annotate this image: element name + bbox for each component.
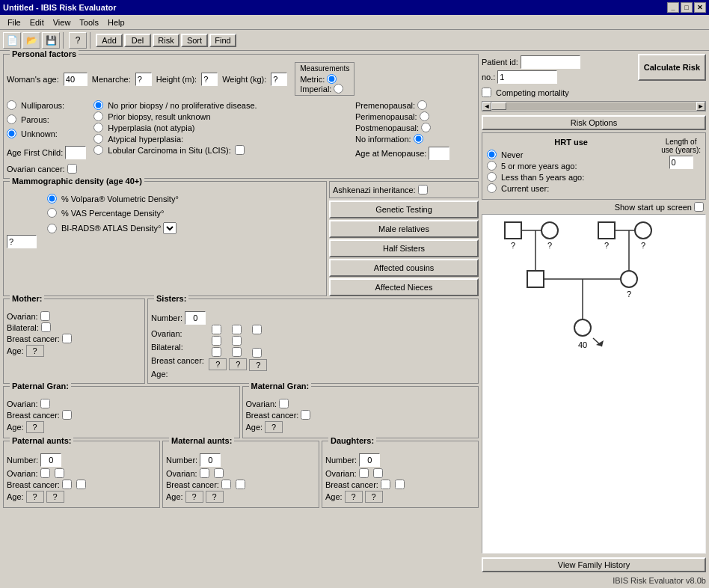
age-at-menopause-input[interactable]: [429, 147, 449, 160]
age-first-child-input[interactable]: [65, 146, 86, 159]
no-info-radio[interactable]: [414, 134, 423, 144]
premenopausal-radio[interactable]: [417, 100, 427, 110]
paternal-gran-breast-check[interactable]: [62, 410, 72, 420]
womens-age-input[interactable]: [64, 73, 88, 86]
daughters-breast-2[interactable]: [395, 480, 405, 489]
menu-file[interactable]: File: [3, 16, 25, 28]
view-family-history-button[interactable]: View Family History: [482, 557, 706, 572]
scroll-thumb[interactable]: [491, 102, 506, 110]
atypical-radio[interactable]: [93, 134, 103, 144]
add-button[interactable]: Add: [96, 34, 123, 47]
sisters-breast-2[interactable]: [232, 347, 242, 357]
patient-scrollbar[interactable]: ◄ ►: [482, 101, 706, 111]
hrt-never-radio[interactable]: [487, 150, 497, 159]
imperial-radio[interactable]: [334, 84, 343, 94]
menu-help[interactable]: Help: [103, 16, 129, 28]
affected-cousins-button[interactable]: Affected cousins: [329, 259, 479, 277]
scroll-left[interactable]: ◄: [482, 102, 491, 111]
scroll-right[interactable]: ►: [696, 102, 705, 111]
paternal-aunts-age-2[interactable]: [46, 491, 64, 503]
maternal-aunts-age-2[interactable]: [206, 491, 224, 503]
biopsy-unknown-radio[interactable]: [93, 111, 103, 121]
male-relatives-button[interactable]: Male relatives: [329, 220, 479, 238]
open-button[interactable]: 📂: [22, 32, 40, 49]
sisters-breast-1[interactable]: [212, 347, 221, 357]
maternal-gran-age-input[interactable]: [265, 421, 283, 433]
paternal-gran-ovarian-check[interactable]: [40, 399, 50, 408]
mother-ovarian-check[interactable]: [40, 311, 50, 321]
daughters-number-input[interactable]: [359, 453, 380, 467]
birads-radio[interactable]: [47, 224, 57, 233]
close-button[interactable]: ✕: [694, 2, 706, 13]
volpara-radio[interactable]: [47, 194, 57, 203]
del-button[interactable]: Del: [124, 34, 151, 47]
metric-radio[interactable]: [327, 74, 337, 84]
no-biopsy-radio[interactable]: [93, 100, 103, 110]
calculate-risk-button[interactable]: Calculate Risk: [638, 54, 706, 81]
mother-breast-check[interactable]: [62, 334, 72, 343]
sisters-bilateral-1[interactable]: [212, 336, 221, 346]
daughters-ovarian-1[interactable]: [359, 468, 369, 478]
new-button[interactable]: 📄: [3, 32, 21, 49]
hyperplasia-radio[interactable]: [93, 123, 103, 132]
maternal-aunts-ovarian-1[interactable]: [200, 468, 209, 478]
maternal-aunts-breast-1[interactable]: [221, 480, 231, 489]
sisters-breast-3[interactable]: [252, 348, 262, 358]
daughters-age-2[interactable]: [365, 491, 383, 503]
paternal-aunts-ovarian-2[interactable]: [55, 468, 64, 478]
risk-button[interactable]: Risk: [153, 34, 179, 47]
menu-edit[interactable]: Edit: [25, 16, 49, 28]
maternal-aunts-ovarian-2[interactable]: [214, 468, 224, 478]
genetic-testing-button[interactable]: Genetic Testing: [329, 200, 479, 218]
hrt-less5-radio[interactable]: [487, 172, 497, 182]
affected-nieces-button[interactable]: Affected Nieces: [329, 278, 479, 296]
weight-input[interactable]: [271, 73, 287, 86]
sisters-age-1[interactable]: [209, 358, 227, 370]
parous-radio[interactable]: [7, 114, 16, 124]
perimenopausal-radio[interactable]: [420, 111, 429, 121]
sisters-ovarian-1[interactable]: [212, 325, 221, 334]
maternal-aunts-breast-2[interactable]: [236, 480, 245, 489]
paternal-gran-age-input[interactable]: [26, 421, 44, 433]
sisters-age-2[interactable]: [229, 358, 247, 370]
unknown-parity-radio[interactable]: [7, 129, 16, 138]
show-startup-check[interactable]: [694, 202, 704, 212]
minimize-button[interactable]: _: [667, 2, 679, 13]
sisters-bilateral-2[interactable]: [232, 336, 242, 346]
menu-view[interactable]: View: [49, 16, 76, 28]
sisters-number-input[interactable]: [185, 311, 206, 325]
maternal-gran-ovarian-check[interactable]: [279, 399, 289, 408]
height-input[interactable]: [201, 73, 218, 86]
mother-bilateral-check[interactable]: [41, 322, 51, 332]
sisters-ovarian-3[interactable]: [252, 325, 262, 334]
save-button[interactable]: 💾: [42, 32, 60, 49]
paternal-aunts-ovarian-1[interactable]: [40, 468, 50, 478]
menarche-input[interactable]: [135, 73, 152, 86]
patient-no-input[interactable]: [497, 70, 557, 84]
risk-options-button[interactable]: Risk Options: [482, 115, 706, 130]
birads-select[interactable]: [163, 222, 177, 234]
postmenopausal-radio[interactable]: [421, 123, 431, 132]
paternal-aunts-age-1[interactable]: [26, 491, 44, 503]
maternal-aunts-age-1[interactable]: [185, 491, 203, 503]
paternal-aunts-breast-1[interactable]: [62, 480, 72, 489]
lcis-check[interactable]: [235, 145, 245, 155]
daughters-age-1[interactable]: [345, 491, 363, 503]
paternal-aunts-number-input[interactable]: [40, 453, 61, 467]
help-button[interactable]: ?: [69, 32, 87, 49]
maximize-button[interactable]: □: [681, 2, 693, 13]
paternal-aunts-breast-2[interactable]: [76, 480, 86, 489]
half-sisters-button[interactable]: Half Sisters: [329, 239, 479, 257]
lcis-radio[interactable]: [93, 145, 103, 155]
sort-button[interactable]: Sort: [181, 34, 208, 47]
daughters-breast-1[interactable]: [381, 480, 390, 489]
daughters-ovarian-2[interactable]: [373, 468, 383, 478]
ashkenazi-check[interactable]: [418, 185, 428, 195]
vas-radio[interactable]: [47, 208, 57, 218]
hrt-length-input[interactable]: [669, 156, 693, 169]
hrt-5more-radio[interactable]: [487, 161, 497, 171]
sisters-age-3[interactable]: [249, 359, 267, 371]
hrt-current-radio[interactable]: [487, 183, 497, 193]
nulliparous-radio[interactable]: [7, 100, 16, 110]
maternal-gran-breast-check[interactable]: [301, 410, 310, 420]
